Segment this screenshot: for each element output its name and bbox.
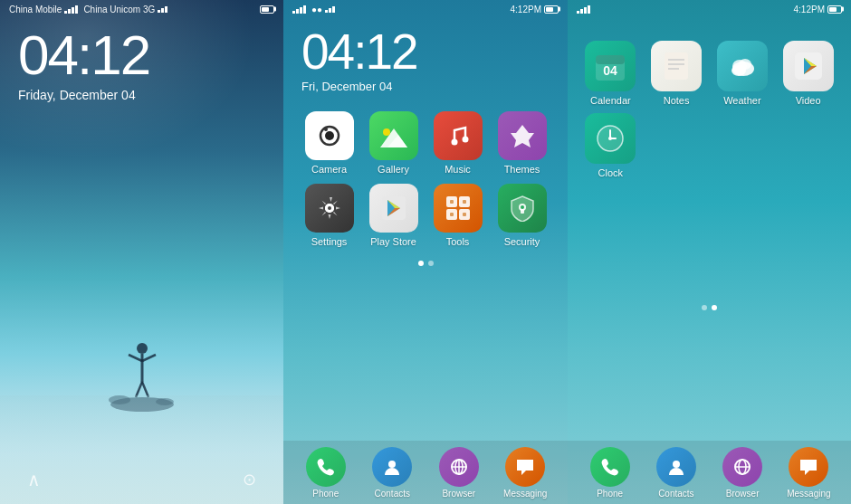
weather-icon (717, 41, 768, 91)
app-gallery[interactable]: Gallery (366, 111, 421, 175)
app-tools[interactable]: Tools (430, 184, 485, 247)
lock-time-value: 04:12 (18, 27, 149, 83)
clock-icon (585, 113, 636, 164)
lock-bottom-controls[interactable]: ∧ ⊙ (0, 469, 283, 490)
lock-screen-panel: China Mobile China Unicom 3G 04:12 Fri (0, 0, 283, 504)
lock-time-display: 04:12 Friday, December 04 (18, 27, 149, 102)
drawer-app-notes[interactable]: Notes (647, 41, 706, 106)
home-dot-1 (418, 261, 424, 266)
drawer-browser-icon (722, 447, 762, 487)
svg-rect-29 (463, 213, 466, 216)
gallery-icon (369, 111, 418, 160)
browser-icon (439, 447, 479, 487)
lock-swipe-up-icon[interactable]: ∧ (27, 469, 41, 490)
svg-point-11 (324, 128, 328, 131)
app-playstore-label: Play Store (370, 236, 416, 247)
svg-point-57 (608, 137, 612, 140)
dock-messaging[interactable]: Messaging (492, 447, 559, 499)
settings-icon (305, 184, 354, 233)
dock-contacts[interactable]: Contacts (359, 447, 426, 499)
lock-camera-shortcut-icon[interactable]: ⊙ (243, 470, 256, 490)
app-themes-label: Themes (504, 164, 540, 175)
app-security[interactable]: Security (494, 184, 550, 247)
drawer-status-right: 4:12PM (794, 5, 842, 14)
svg-point-48 (739, 59, 751, 70)
drawer-app-video[interactable]: Video (779, 41, 837, 106)
security-icon (498, 184, 547, 233)
dock-phone-label: Phone (312, 489, 339, 499)
svg-marker-17 (511, 125, 534, 147)
app-music-label: Music (445, 164, 471, 175)
home-date-value: Fri, December 04 (301, 80, 550, 93)
app-settings[interactable]: Settings (301, 184, 357, 247)
drawer-clock-status: 4:12PM (794, 5, 825, 14)
lock-signal1 (64, 5, 78, 14)
drawer-dock-messaging[interactable]: Messaging (776, 447, 842, 499)
drawer-app-weather[interactable]: Weather (713, 41, 772, 106)
lock-battery-tip (274, 7, 276, 12)
drawer-dock-phone-label: Phone (597, 489, 623, 499)
lock-date-value: Friday, December 04 (18, 88, 149, 102)
dock-phone[interactable]: Phone (292, 447, 359, 499)
app-camera[interactable]: Camera (301, 111, 357, 175)
svg-rect-26 (450, 200, 454, 204)
home-status-bar: ●● 4:12PM (283, 0, 568, 18)
svg-point-58 (673, 461, 680, 468)
app-music[interactable]: Music (430, 111, 485, 175)
messaging-icon (505, 447, 545, 487)
svg-rect-41 (665, 52, 688, 80)
home-time-display: 04:12 Fri, December 04 (283, 18, 568, 102)
phone-icon (306, 447, 346, 487)
svg-point-16 (462, 137, 468, 143)
dock-messaging-label: Messaging (503, 489, 547, 499)
notes-icon (651, 41, 702, 91)
app-gallery-label: Gallery (378, 164, 409, 175)
drawer-dock-contacts-label: Contacts (658, 489, 693, 499)
drawer-battery-fill (829, 7, 837, 12)
svg-text:04: 04 (604, 63, 618, 78)
drawer-app-clock[interactable]: Clock (581, 113, 640, 178)
home-carrier: ●● (311, 5, 322, 14)
calendar-icon: 04 (585, 41, 636, 91)
drawer-bottom-dock: Phone Contacts Browser (568, 441, 851, 504)
drawer-weather-label: Weather (723, 95, 760, 106)
home-screen-panel: ●● 4:12PM 04:12 Fri, December 04 (283, 0, 568, 504)
drawer-app-calendar[interactable]: 04 Calendar (581, 41, 640, 106)
lock-signal2 (158, 6, 167, 13)
home-battery-icon (544, 5, 559, 14)
dock-contacts-label: Contacts (375, 489, 410, 499)
dock-browser[interactable]: Browser (426, 447, 492, 499)
home-dot-2 (428, 261, 434, 266)
svg-line-5 (129, 355, 142, 361)
drawer-calendar-label: Calendar (590, 95, 631, 106)
svg-point-14 (383, 128, 390, 136)
drawer-messaging-icon (789, 447, 828, 487)
home-page-dots (283, 261, 568, 266)
dock-browser-label: Browser (442, 489, 475, 499)
home-signal-bars (292, 5, 306, 14)
app-settings-label: Settings (311, 236, 348, 247)
app-playstore[interactable]: Play Store (366, 184, 421, 247)
app-drawer-panel: 4:12PM 04 Calendar (568, 0, 851, 504)
app-themes[interactable]: Themes (494, 111, 550, 175)
themes-icon (498, 111, 547, 160)
drawer-battery-tip (842, 7, 844, 12)
app-camera-label: Camera (311, 164, 347, 175)
home-battery-tip (559, 7, 560, 12)
drawer-status-bar: 4:12PM (568, 0, 851, 18)
lock-battery-icon (260, 5, 274, 14)
home-status-right: 4:12PM (511, 5, 559, 14)
camera-icon (305, 111, 354, 160)
drawer-contacts-icon (656, 447, 696, 487)
svg-point-15 (451, 139, 457, 146)
drawer-dock-phone[interactable]: Phone (577, 447, 643, 499)
svg-rect-28 (450, 213, 454, 216)
lock-carrier1: China Mobile (9, 5, 62, 14)
drawer-dock-contacts[interactable]: Contacts (643, 447, 709, 499)
drawer-clock-label: Clock (598, 167, 624, 178)
video-icon (783, 41, 834, 91)
drawer-dock-browser[interactable]: Browser (710, 447, 776, 499)
app-tools-label: Tools (446, 236, 470, 247)
home-battery-fill (546, 7, 553, 12)
drawer-video-label: Video (796, 95, 821, 106)
